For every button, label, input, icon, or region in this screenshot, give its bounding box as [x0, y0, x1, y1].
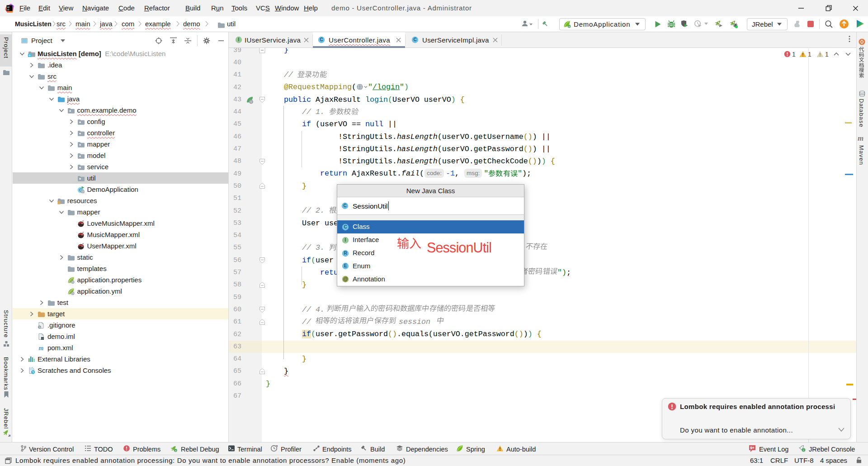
svg-text:C: C: [413, 37, 416, 42]
svg-text:C: C: [344, 224, 347, 229]
svg-text:JR: JR: [8, 434, 10, 437]
svg-text:I: I: [345, 238, 346, 243]
svg-text:IJ: IJ: [42, 337, 43, 340]
svg-text:m: m: [39, 345, 44, 352]
svg-text:+: +: [175, 449, 176, 452]
svg-text:C: C: [343, 203, 346, 208]
svg-text:@: @: [343, 276, 348, 281]
svg-text:9+: 9+: [750, 446, 755, 450]
svg-text:C: C: [320, 37, 323, 42]
svg-text:IJ: IJ: [7, 6, 9, 9]
svg-text:I: I: [238, 37, 240, 42]
svg-text:R: R: [344, 251, 347, 256]
svg-text:E: E: [344, 264, 347, 269]
svg-text:i: i: [803, 448, 804, 452]
